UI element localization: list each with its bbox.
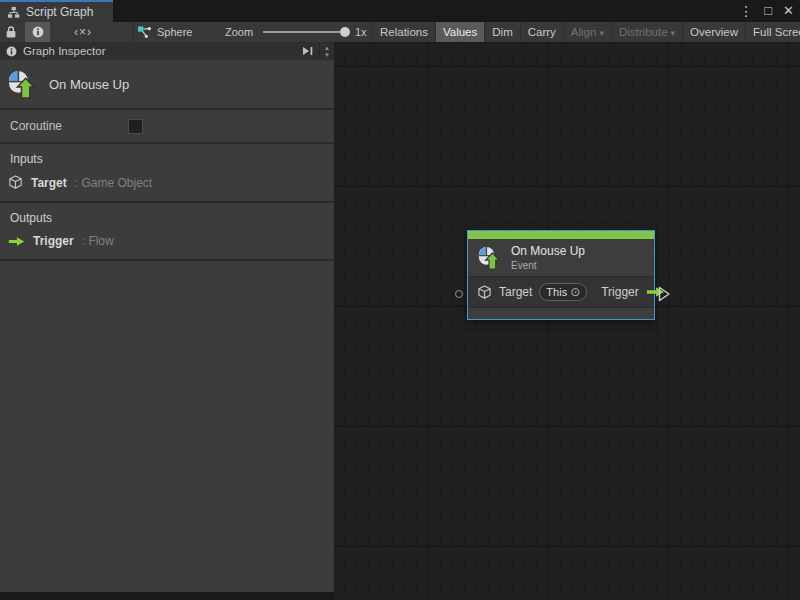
tab-script-graph[interactable]: Script Graph	[0, 0, 113, 22]
coroutine-checkbox[interactable]	[128, 119, 143, 134]
inspector-unit-title: On Mouse Up	[49, 77, 129, 92]
graph-asset-name: Sphere	[157, 26, 192, 38]
inputs-header: Inputs	[0, 152, 334, 166]
target-port-label: Target	[499, 285, 532, 299]
mouse-up-icon	[478, 245, 500, 271]
graph-asset-icon	[137, 25, 152, 39]
distribute-dropdown[interactable]: Distribute▾	[611, 22, 682, 42]
code-view-icon[interactable]: ‹×›	[74, 22, 92, 42]
inspector-titlebar[interactable]: Graph Inspector ▲ ▼	[0, 42, 334, 60]
panel-scrubber[interactable]: ▲ ▼	[319, 42, 334, 60]
graph-asset-breadcrumb[interactable]: Sphere	[137, 22, 192, 42]
node-footer	[468, 308, 654, 317]
inspector-toggle-button[interactable]	[25, 22, 50, 42]
overview-button[interactable]: Overview	[682, 22, 745, 42]
zoom-slider-track[interactable]	[263, 31, 343, 33]
toolbar-divider	[133, 22, 134, 42]
graph-toolbar: ‹×› Sphere Zoom 1x Relations Values Dim …	[0, 22, 800, 42]
carry-button[interactable]: Carry	[520, 22, 563, 42]
node-port-row: Target This ⊙ Trigger	[468, 277, 654, 308]
tab-bar: Script Graph ⋮ □ ✕	[0, 0, 800, 22]
graph-inspector-panel: Graph Inspector ▲ ▼	[0, 42, 335, 593]
fullscreen-button[interactable]: Full Screen	[745, 22, 800, 42]
relations-button[interactable]: Relations	[372, 22, 435, 42]
zoom-slider-handle[interactable]	[340, 27, 350, 37]
info-icon	[32, 26, 44, 38]
node-subtitle: Event	[511, 260, 585, 271]
tab-label: Script Graph	[26, 5, 93, 19]
input-name: Target	[31, 176, 67, 190]
graph-canvas[interactable]: On Mouse Up Event Target This ⊙ Trigger	[335, 42, 800, 600]
cube-icon	[8, 175, 23, 190]
coroutine-label: Coroutine	[10, 119, 62, 133]
cube-icon	[477, 285, 492, 300]
inspector-title: Graph Inspector	[23, 45, 105, 57]
target-object-field[interactable]: This ⊙	[539, 283, 587, 301]
inspector-titlebar-controls: ▲ ▼	[297, 42, 334, 60]
input-row-target: Target : Game Object	[0, 175, 334, 190]
lock-icon[interactable]	[5, 22, 17, 42]
chevron-down-icon: ▾	[599, 28, 604, 38]
target-object-value: This	[546, 286, 567, 298]
zoom-label: Zoom	[225, 22, 253, 42]
output-name: Trigger	[33, 234, 74, 248]
mouse-up-icon	[8, 69, 35, 100]
coroutine-row: Coroutine	[0, 110, 334, 144]
node-title: On Mouse Up	[511, 244, 585, 258]
flow-arrow-icon	[8, 236, 25, 247]
node-header[interactable]: On Mouse Up Event	[468, 239, 654, 277]
node-output-port-icon[interactable]	[658, 286, 671, 302]
window-menu-icon[interactable]: ⋮	[739, 0, 753, 22]
on-mouse-up-node[interactable]: On Mouse Up Event Target This ⊙ Trigger	[467, 230, 655, 320]
node-accent-bar	[468, 231, 654, 239]
outputs-section: Outputs Trigger : Flow	[0, 203, 334, 261]
chevron-down-icon: ▾	[671, 28, 676, 38]
node-input-port-icon[interactable]	[455, 290, 463, 298]
dock-panel-icon[interactable]	[297, 46, 319, 56]
maximize-icon[interactable]: □	[764, 0, 772, 22]
values-button[interactable]: Values	[435, 22, 484, 42]
toolbar-buttons: Relations Values Dim Carry Align▾ Distri…	[372, 22, 800, 42]
zoom-value: 1x	[355, 22, 367, 42]
scroll-down-icon[interactable]: ▼	[324, 52, 330, 58]
script-graph-icon	[7, 6, 20, 19]
dim-button[interactable]: Dim	[484, 22, 519, 42]
output-type: : Flow	[82, 234, 114, 248]
inputs-section: Inputs Target : Game Object	[0, 144, 334, 203]
align-dropdown[interactable]: Align▾	[563, 22, 611, 42]
info-icon	[6, 46, 17, 57]
close-icon[interactable]: ✕	[783, 0, 794, 22]
object-picker-icon[interactable]: ⊙	[570, 285, 580, 299]
window-controls: ⋮ □ ✕	[739, 0, 794, 22]
script-graph-window: Script Graph ⋮ □ ✕ ‹×›	[0, 0, 800, 600]
outputs-header: Outputs	[0, 211, 334, 225]
output-row-trigger: Trigger : Flow	[0, 234, 334, 248]
input-type: : Game Object	[75, 176, 152, 190]
trigger-port-label: Trigger	[601, 285, 639, 299]
inspector-unit-header: On Mouse Up	[0, 60, 334, 110]
scroll-up-icon[interactable]: ▲	[324, 45, 330, 51]
